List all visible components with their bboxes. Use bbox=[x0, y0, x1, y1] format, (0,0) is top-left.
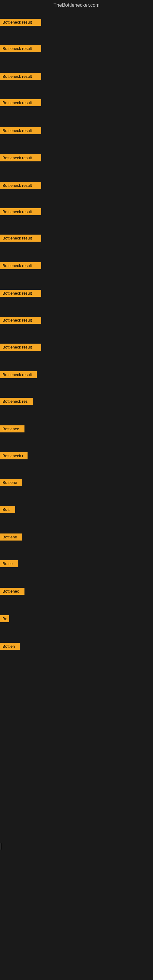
bottleneck-result-item: Bott bbox=[0, 506, 15, 513]
bottleneck-result-item: Bottleneck result bbox=[0, 290, 41, 297]
bottleneck-result-item: Bottleneck result bbox=[0, 127, 41, 134]
text-cursor bbox=[1, 843, 1, 850]
bottleneck-result-item: Bottlene bbox=[0, 479, 22, 486]
bottleneck-result-item: Bottleneck result bbox=[0, 235, 41, 242]
bottleneck-result-item: Bottleneck result bbox=[0, 182, 41, 189]
bottleneck-result-item: Bottleneck result bbox=[0, 262, 41, 269]
bottleneck-result-item: Bottleneck result bbox=[0, 99, 41, 106]
bottleneck-result-item: Bottleneck result bbox=[0, 371, 37, 378]
bottleneck-result-item: Bottleneck result bbox=[0, 45, 41, 52]
bottleneck-result-item: Bottleneck result bbox=[0, 73, 41, 80]
bottleneck-result-item: Bottleneck res bbox=[0, 398, 33, 405]
bottleneck-result-item: Bo bbox=[0, 615, 9, 622]
bottleneck-result-item: Bottlene bbox=[0, 533, 22, 541]
bottleneck-result-item: Bottlenec bbox=[0, 588, 24, 595]
bottleneck-result-item: Bottleneck result bbox=[0, 344, 41, 351]
bottleneck-result-item: Bottleneck result bbox=[0, 19, 41, 26]
bottleneck-result-item: Bottleneck result bbox=[0, 317, 41, 324]
bottleneck-result-item: Bottleneck result bbox=[0, 154, 41, 161]
site-title: TheBottlenecker.com bbox=[0, 0, 153, 10]
bottleneck-result-item: Bottleneck r bbox=[0, 452, 27, 460]
bottleneck-result-item: Bottlen bbox=[0, 643, 20, 650]
bottleneck-result-item: Bottleneck result bbox=[0, 208, 41, 215]
bottleneck-result-item: Bottlenec bbox=[0, 425, 24, 433]
bottleneck-result-item: Bottle bbox=[0, 560, 18, 567]
